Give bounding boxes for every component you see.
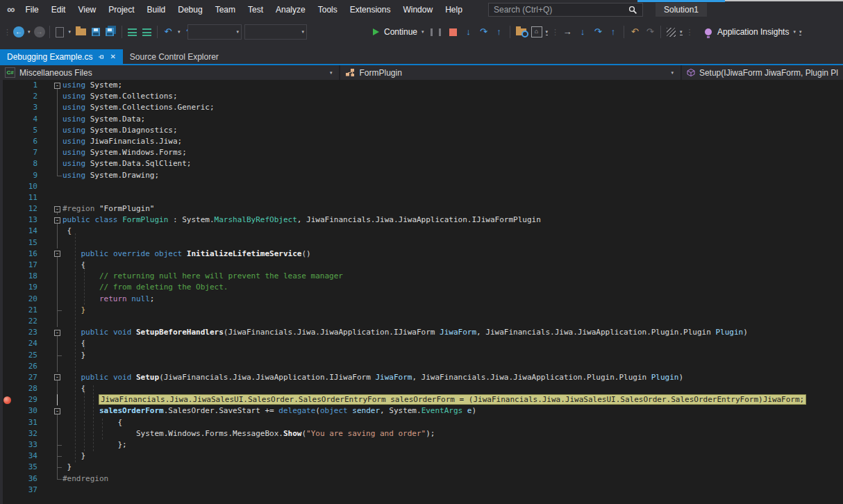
combobox-caret-icon[interactable]: ▾	[236, 29, 239, 35]
breakpoint-margin[interactable]	[3, 462, 14, 473]
undo-icon[interactable]: ↶	[627, 19, 642, 44]
step-into-icon[interactable]: ↓	[575, 19, 590, 44]
tab-debugging-example[interactable]: Debugging Example.cs ✕	[0, 49, 123, 64]
combobox-caret-icon[interactable]: ▾	[301, 29, 304, 35]
outline-margin[interactable]	[37, 417, 62, 428]
menu-item-tools[interactable]: Tools	[312, 0, 344, 19]
code-text[interactable]: using System;	[62, 80, 843, 91]
outline-margin[interactable]	[37, 394, 62, 405]
code-text[interactable]	[62, 485, 843, 496]
breakpoint-margin[interactable]	[3, 327, 14, 338]
code-text[interactable]: public void SetupBeforeHandlers(JiwaFina…	[62, 327, 843, 338]
collapse-box-icon[interactable]: -	[54, 330, 60, 336]
breakpoint-margin[interactable]	[3, 260, 14, 271]
project-dropdown[interactable]: C# Miscellaneous Files ▾	[0, 65, 339, 80]
continue-dropdown-icon[interactable]: ▾	[422, 29, 424, 35]
outline-margin[interactable]: -	[37, 80, 62, 91]
code-text[interactable]: using System.Collections;	[62, 91, 843, 102]
outline-margin[interactable]	[37, 271, 62, 282]
code-text[interactable]: using System.Diagnostics;	[62, 125, 843, 136]
breakpoint-margin[interactable]	[3, 294, 14, 305]
undo-dropdown-icon[interactable]: ▾	[178, 29, 181, 35]
code-editor[interactable]: 1-using System;2using System.Collections…	[0, 80, 843, 504]
outline-margin[interactable]: -	[37, 215, 62, 226]
breakpoint-margin[interactable]	[3, 215, 14, 226]
toolbar-combobox-2[interactable]: ▾	[244, 24, 307, 40]
outline-margin[interactable]	[37, 316, 62, 327]
menu-item-test[interactable]: Test	[242, 0, 269, 19]
breakpoint-margin[interactable]	[3, 316, 14, 327]
menu-item-file[interactable]: File	[19, 0, 44, 19]
highlighted-statement[interactable]: JiwaFinancials.Jiwa.JiwaSalesUI.SalesOrd…	[99, 395, 806, 404]
breakpoint-margin[interactable]	[3, 383, 14, 394]
breakpoint-margin[interactable]	[3, 350, 14, 361]
breakpoint-margin[interactable]	[3, 170, 14, 181]
code-text[interactable]	[62, 192, 843, 203]
menu-item-team[interactable]: Team	[209, 0, 242, 19]
collapse-box-icon[interactable]: -	[54, 251, 60, 257]
code-text[interactable]: return null;	[62, 294, 843, 305]
pause-icon[interactable]	[431, 28, 441, 36]
code-text[interactable]: using System.Windows.Forms;	[62, 147, 843, 158]
code-text[interactable]: System.Windows.Forms.MessageBox.Show("Yo…	[62, 428, 843, 439]
breakpoint-margin[interactable]	[3, 338, 14, 349]
member-dropdown[interactable]: Setup(IJiwaForm JiwaForm, Plugin Pl	[682, 65, 843, 80]
code-text[interactable]	[62, 181, 843, 192]
breakpoint-margin[interactable]	[3, 80, 14, 91]
undo-icon[interactable]: ↶	[160, 19, 176, 44]
outline-margin[interactable]: -	[37, 405, 62, 417]
breakpoint-margin[interactable]	[3, 114, 14, 125]
breakpoint-margin[interactable]	[3, 428, 14, 439]
breakpoint-margin[interactable]	[3, 102, 14, 113]
outline-margin[interactable]	[37, 383, 62, 394]
outline-margin[interactable]	[37, 125, 62, 136]
outline-margin[interactable]	[37, 294, 62, 305]
navigate-back-dropdown-icon[interactable]: ▾	[28, 29, 31, 35]
collapse-box-icon[interactable]: -	[54, 408, 60, 414]
toolbar-overflow-icon[interactable]: ▾	[680, 29, 683, 35]
code-text[interactable]: // from deleting the Object.	[62, 282, 843, 293]
code-text[interactable]: public void Setup(JiwaFinancials.Jiwa.Ji…	[62, 372, 843, 383]
collapse-box-icon[interactable]: -	[54, 374, 60, 380]
outline-margin[interactable]	[37, 181, 62, 192]
menu-item-help[interactable]: Help	[439, 0, 469, 19]
outline-margin[interactable]: -	[37, 372, 62, 383]
outline-margin[interactable]	[37, 305, 62, 316]
breakpoint-margin[interactable]	[3, 417, 14, 428]
code-text[interactable]: {	[62, 260, 843, 271]
run-to-cursor-icon[interactable]: →	[560, 19, 575, 44]
breakpoint-margin[interactable]	[3, 158, 14, 169]
breakpoint-margin[interactable]	[3, 249, 14, 260]
breakpoint-margin[interactable]	[3, 125, 14, 136]
application-insights-dropdown-icon[interactable]: ▾	[793, 29, 796, 35]
navigate-forward-icon[interactable]: →	[34, 26, 45, 37]
step-out-icon[interactable]: ↑	[492, 19, 507, 44]
code-text[interactable]	[62, 316, 843, 327]
breakpoint-margin[interactable]	[3, 192, 14, 203]
breakpoint-margin[interactable]	[3, 271, 14, 282]
breakpoint-margin[interactable]	[3, 405, 14, 417]
code-text[interactable]	[62, 237, 843, 249]
breakpoint-margin[interactable]	[3, 203, 14, 215]
application-insights-button[interactable]: Application Insights	[717, 27, 789, 37]
pin-icon[interactable]	[98, 53, 105, 60]
outline-margin[interactable]	[37, 147, 62, 158]
save-all-icon[interactable]	[106, 28, 114, 36]
toolbar-grip[interactable]: ⋮	[3, 28, 10, 37]
outline-margin[interactable]	[37, 192, 62, 203]
stop-icon[interactable]	[449, 28, 457, 36]
solution-button[interactable]: Solution1	[656, 3, 707, 17]
continue-button[interactable]: Continue	[384, 27, 417, 37]
code-text[interactable]: using System.Data.SqlClient;	[62, 158, 843, 169]
step-into-icon[interactable]: ↓	[461, 19, 476, 44]
breakpoint-margin[interactable]	[3, 451, 14, 462]
code-text[interactable]: public override object InitializeLifetim…	[62, 249, 843, 260]
breakpoint-margin[interactable]	[3, 91, 14, 102]
outline-margin[interactable]	[37, 170, 62, 181]
breakpoint-dot[interactable]	[3, 396, 11, 404]
breakpoint-margin[interactable]	[3, 485, 14, 496]
breakpoint-margin[interactable]	[3, 226, 14, 237]
code-text[interactable]: JiwaFinancials.Jiwa.JiwaSalesUI.SalesOrd…	[62, 394, 843, 405]
toolbar-overflow-icon[interactable]: ▾	[546, 29, 549, 35]
outline-margin[interactable]	[37, 102, 62, 113]
